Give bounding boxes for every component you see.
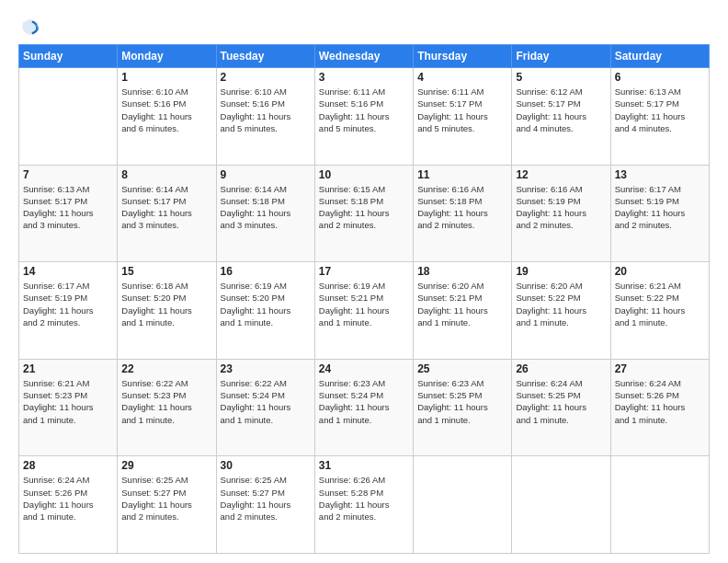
day-info: Sunrise: 6:20 AM Sunset: 5:22 PM Dayligh… [516,280,606,328]
day-number: 3 [319,71,409,84]
day-info: Sunrise: 6:25 AM Sunset: 5:27 PM Dayligh… [221,474,311,523]
day-info: Sunrise: 6:11 AM Sunset: 5:17 PM Dayligh… [417,86,507,134]
day-number: 4 [417,71,507,84]
calendar-cell: 22Sunrise: 6:22 AM Sunset: 5:23 PM Dayli… [118,359,216,456]
day-number: 23 [221,362,311,375]
day-number: 9 [221,168,311,181]
day-info: Sunrise: 6:20 AM Sunset: 5:21 PM Dayligh… [417,280,507,328]
calendar-cell: 1Sunrise: 6:10 AM Sunset: 5:16 PM Daylig… [118,68,216,166]
day-number: 28 [23,459,113,472]
day-number: 13 [615,168,705,181]
calendar-cell: 28Sunrise: 6:24 AM Sunset: 5:26 PM Dayli… [19,456,118,554]
day-number: 26 [516,362,606,375]
day-info: Sunrise: 6:22 AM Sunset: 5:24 PM Dayligh… [221,377,311,426]
day-number: 19 [516,265,606,278]
day-info: Sunrise: 6:24 AM Sunset: 5:26 PM Dayligh… [23,474,113,523]
day-info: Sunrise: 6:17 AM Sunset: 5:19 PM Dayligh… [615,183,705,232]
calendar-cell: 10Sunrise: 6:15 AM Sunset: 5:18 PM Dayli… [314,165,413,262]
logo-text [18,17,40,37]
day-number: 2 [221,71,311,84]
day-info: Sunrise: 6:13 AM Sunset: 5:17 PM Dayligh… [23,183,113,232]
day-number: 14 [23,265,113,278]
calendar-cell: 6Sunrise: 6:13 AM Sunset: 5:17 PM Daylig… [610,68,709,166]
calendar-cell [414,456,512,554]
weekday-header-friday: Friday [512,45,610,68]
day-info: Sunrise: 6:19 AM Sunset: 5:21 PM Dayligh… [319,280,409,328]
day-number: 30 [221,459,311,472]
calendar-cell: 31Sunrise: 6:26 AM Sunset: 5:28 PM Dayli… [314,456,413,554]
calendar-cell: 18Sunrise: 6:20 AM Sunset: 5:21 PM Dayli… [414,262,512,360]
day-number: 20 [615,265,705,278]
day-info: Sunrise: 6:16 AM Sunset: 5:19 PM Dayligh… [516,183,606,232]
calendar-cell [610,456,709,554]
day-number: 25 [417,362,507,375]
day-info: Sunrise: 6:23 AM Sunset: 5:24 PM Dayligh… [319,377,409,426]
day-info: Sunrise: 6:15 AM Sunset: 5:18 PM Dayligh… [319,183,409,232]
calendar-cell [19,68,118,166]
day-info: Sunrise: 6:26 AM Sunset: 5:28 PM Dayligh… [319,474,409,523]
weekday-header-row: SundayMondayTuesdayWednesdayThursdayFrid… [19,45,710,68]
day-number: 8 [121,168,211,181]
calendar-cell: 2Sunrise: 6:10 AM Sunset: 5:16 PM Daylig… [216,68,314,166]
weekday-header-thursday: Thursday [414,45,512,68]
weekday-header-monday: Monday [118,45,216,68]
day-number: 1 [121,71,211,84]
weekday-header-tuesday: Tuesday [216,45,314,68]
calendar-cell: 27Sunrise: 6:24 AM Sunset: 5:26 PM Dayli… [610,359,709,456]
day-number: 18 [417,265,507,278]
calendar-cell: 13Sunrise: 6:17 AM Sunset: 5:19 PM Dayli… [610,165,709,262]
day-number: 24 [319,362,409,375]
day-number: 29 [121,459,211,472]
calendar-cell: 11Sunrise: 6:16 AM Sunset: 5:18 PM Dayli… [414,165,512,262]
calendar-week-row: 14Sunrise: 6:17 AM Sunset: 5:19 PM Dayli… [19,262,710,360]
day-info: Sunrise: 6:10 AM Sunset: 5:16 PM Dayligh… [221,86,311,134]
calendar-cell: 15Sunrise: 6:18 AM Sunset: 5:20 PM Dayli… [118,262,216,360]
logo-icon [20,17,40,37]
logo [18,17,40,37]
calendar-cell: 26Sunrise: 6:24 AM Sunset: 5:25 PM Dayli… [512,359,610,456]
calendar-cell: 23Sunrise: 6:22 AM Sunset: 5:24 PM Dayli… [216,359,314,456]
day-number: 21 [23,362,113,375]
day-info: Sunrise: 6:18 AM Sunset: 5:20 PM Dayligh… [121,280,211,328]
day-number: 17 [319,265,409,278]
calendar-cell: 21Sunrise: 6:21 AM Sunset: 5:23 PM Dayli… [19,359,118,456]
day-number: 10 [319,168,409,181]
day-info: Sunrise: 6:19 AM Sunset: 5:20 PM Dayligh… [221,280,311,328]
day-number: 6 [615,71,705,84]
day-info: Sunrise: 6:21 AM Sunset: 5:22 PM Dayligh… [615,280,705,328]
calendar-week-row: 1Sunrise: 6:10 AM Sunset: 5:16 PM Daylig… [19,68,710,166]
calendar-cell: 16Sunrise: 6:19 AM Sunset: 5:20 PM Dayli… [216,262,314,360]
calendar-week-row: 21Sunrise: 6:21 AM Sunset: 5:23 PM Dayli… [19,359,710,456]
calendar-cell: 24Sunrise: 6:23 AM Sunset: 5:24 PM Dayli… [314,359,413,456]
calendar-cell: 19Sunrise: 6:20 AM Sunset: 5:22 PM Dayli… [512,262,610,360]
day-number: 12 [516,168,606,181]
day-info: Sunrise: 6:10 AM Sunset: 5:16 PM Dayligh… [121,86,211,134]
day-number: 16 [221,265,311,278]
calendar-week-row: 28Sunrise: 6:24 AM Sunset: 5:26 PM Dayli… [19,456,710,554]
day-info: Sunrise: 6:24 AM Sunset: 5:25 PM Dayligh… [516,377,606,426]
calendar-cell: 30Sunrise: 6:25 AM Sunset: 5:27 PM Dayli… [216,456,314,554]
day-number: 7 [23,168,113,181]
calendar-cell: 3Sunrise: 6:11 AM Sunset: 5:16 PM Daylig… [314,68,413,166]
calendar-cell: 12Sunrise: 6:16 AM Sunset: 5:19 PM Dayli… [512,165,610,262]
day-info: Sunrise: 6:16 AM Sunset: 5:18 PM Dayligh… [417,183,507,232]
page: SundayMondayTuesdayWednesdayThursdayFrid… [0,0,728,563]
day-info: Sunrise: 6:24 AM Sunset: 5:26 PM Dayligh… [615,377,705,426]
calendar-cell: 17Sunrise: 6:19 AM Sunset: 5:21 PM Dayli… [314,262,413,360]
day-info: Sunrise: 6:11 AM Sunset: 5:16 PM Dayligh… [319,86,409,134]
weekday-header-saturday: Saturday [610,45,709,68]
day-info: Sunrise: 6:14 AM Sunset: 5:18 PM Dayligh… [221,183,311,232]
calendar-cell: 14Sunrise: 6:17 AM Sunset: 5:19 PM Dayli… [19,262,118,360]
day-info: Sunrise: 6:22 AM Sunset: 5:23 PM Dayligh… [121,377,211,426]
calendar-cell: 20Sunrise: 6:21 AM Sunset: 5:22 PM Dayli… [610,262,709,360]
calendar-table: SundayMondayTuesdayWednesdayThursdayFrid… [18,44,710,554]
calendar-cell: 9Sunrise: 6:14 AM Sunset: 5:18 PM Daylig… [216,165,314,262]
calendar-cell: 7Sunrise: 6:13 AM Sunset: 5:17 PM Daylig… [19,165,118,262]
weekday-header-wednesday: Wednesday [314,45,413,68]
day-info: Sunrise: 6:14 AM Sunset: 5:17 PM Dayligh… [121,183,211,232]
calendar-cell: 25Sunrise: 6:23 AM Sunset: 5:25 PM Dayli… [414,359,512,456]
day-number: 31 [319,459,409,472]
calendar-cell: 29Sunrise: 6:25 AM Sunset: 5:27 PM Dayli… [118,456,216,554]
day-info: Sunrise: 6:25 AM Sunset: 5:27 PM Dayligh… [121,474,211,523]
day-number: 15 [121,265,211,278]
